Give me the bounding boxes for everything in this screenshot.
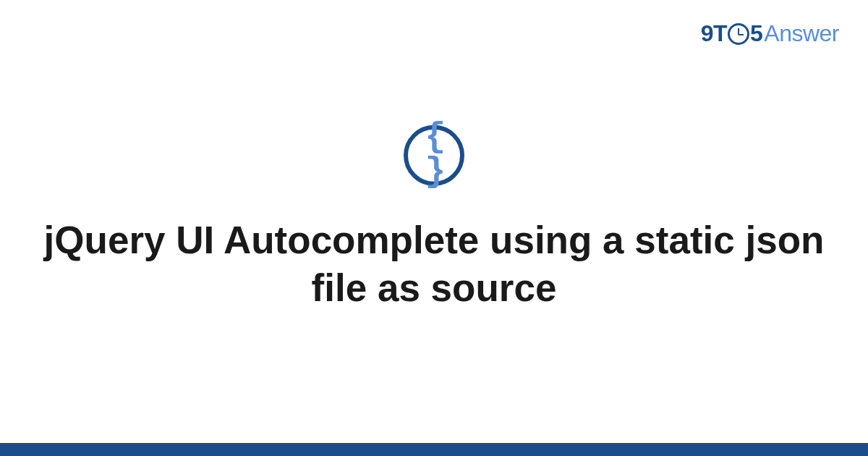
site-logo: 9T 5 Answer bbox=[701, 20, 839, 47]
logo-text-9t: 9T bbox=[701, 20, 727, 47]
braces-icon: { } bbox=[408, 119, 460, 189]
topic-icon-circle: { } bbox=[404, 125, 464, 186]
main-content: { } jQuery UI Autocomplete using a stati… bbox=[0, 125, 868, 313]
footer-bar bbox=[0, 443, 868, 456]
page-title: jQuery UI Autocomplete using a static js… bbox=[0, 216, 868, 313]
clock-icon bbox=[728, 23, 749, 45]
logo-text-5: 5 bbox=[750, 20, 762, 47]
logo-text-answer: Answer bbox=[764, 20, 839, 47]
